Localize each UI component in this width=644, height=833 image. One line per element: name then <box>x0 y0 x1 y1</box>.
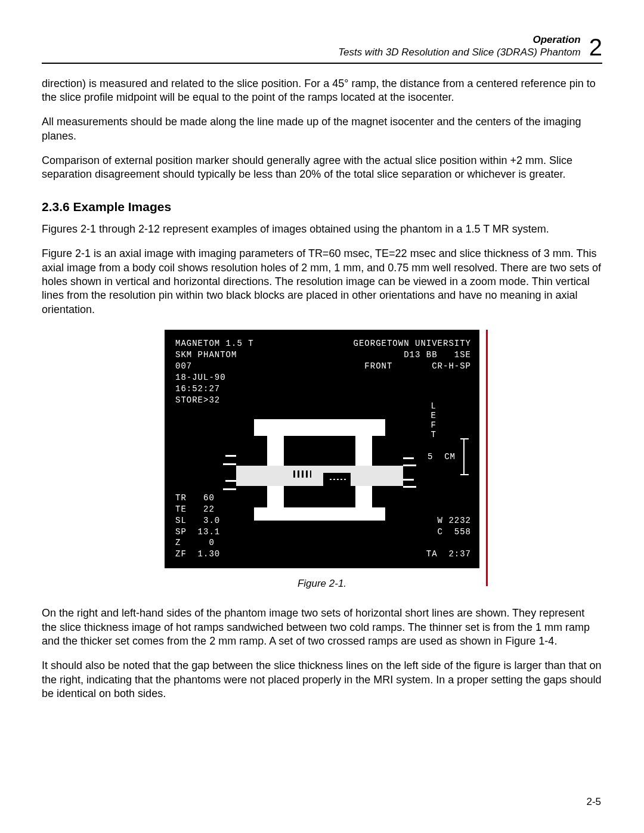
figure-edge-marker <box>486 330 488 586</box>
paragraph: On the right and left-hand sides of the … <box>42 606 602 648</box>
paragraph: Comparison of external position marker s… <box>42 154 602 182</box>
section-heading: 2.3.6 Example Images <box>42 200 602 214</box>
paragraph: It should also be noted that the gap bet… <box>42 659 602 701</box>
mri-scale-label: 5 CM <box>428 452 456 462</box>
phantom-graphic <box>236 419 403 521</box>
body-text: direction) is measured and related to th… <box>42 77 602 701</box>
mri-overlay-top-right: GEORGETOWN UNIVERSITY D13 BB 1SE FRONT C… <box>354 338 471 372</box>
mri-overlay-left-label: L E F T <box>431 401 436 439</box>
page-header: Operation Tests with 3D Resolution and S… <box>42 33 602 64</box>
header-subtitle: Tests with 3D Resolution and Slice (3DRA… <box>338 47 581 58</box>
figure-2-1: MAGNETOM 1.5 T SKM PHANTOM 007 18-JUL-90… <box>42 330 602 590</box>
paragraph: Figure 2-1 is an axial image with imagin… <box>42 247 602 317</box>
chapter-number: 2 <box>589 35 602 59</box>
mri-overlay-bottom-right: W 2232 C 558 TA 2:37 <box>426 515 471 561</box>
mri-overlay-bottom-left: TR 60 TE 22 SL 3.0 SP 13.1 Z 0 ZF 1.30 <box>175 493 220 560</box>
header-section: Operation <box>532 34 580 45</box>
paragraph: Figures 2-1 through 2-12 represent examp… <box>42 222 602 236</box>
mri-scale-bar <box>463 438 465 475</box>
header-text: Operation Tests with 3D Resolution and S… <box>338 33 581 59</box>
mri-scale-tick <box>460 438 469 439</box>
document-page: Operation Tests with 3D Resolution and S… <box>0 0 644 833</box>
page-number: 2-5 <box>586 796 601 808</box>
mri-screenshot: MAGNETOM 1.5 T SKM PHANTOM 007 18-JUL-90… <box>165 330 479 568</box>
paragraph: direction) is measured and related to th… <box>42 77 602 105</box>
mri-scale-tick <box>460 474 469 475</box>
mri-overlay-top-left: MAGNETOM 1.5 T SKM PHANTOM 007 18-JUL-90… <box>175 338 254 405</box>
paragraph: All measurements should be made along th… <box>42 115 602 143</box>
figure-caption: Figure 2-1. <box>298 578 346 590</box>
